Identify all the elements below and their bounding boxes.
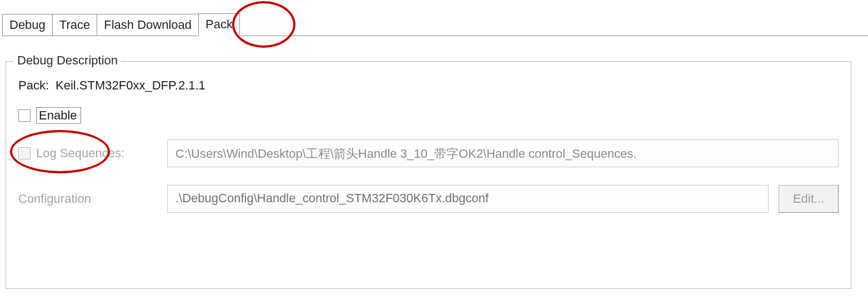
enable-row: Enable bbox=[18, 107, 839, 124]
tab-bar: Debug Trace Flash Download Pack bbox=[2, 10, 868, 36]
configuration-field: .\DebugConfig\Handle_control_STM32F030K6… bbox=[167, 185, 769, 213]
pack-row: Pack: Keil.STM32F0xx_DFP.2.1.1 bbox=[18, 78, 839, 93]
log-sequences-field: C:\Users\Wind\Desktop\工程\箭头Handle 3_10_带… bbox=[167, 139, 839, 167]
enable-checkbox[interactable] bbox=[18, 109, 31, 122]
log-sequences-checkbox bbox=[18, 147, 31, 159]
log-sequences-label-wrap: Log Sequences: bbox=[18, 146, 141, 161]
tab-pack[interactable]: Pack bbox=[198, 13, 240, 36]
tab-debug[interactable]: Debug bbox=[2, 14, 53, 36]
configuration-label: Configuration bbox=[18, 192, 141, 206]
pack-value: Keil.STM32F0xx_DFP.2.1.1 bbox=[56, 78, 205, 93]
log-sequences-row: Log Sequences: C:\Users\Wind\Desktop\工程\… bbox=[18, 139, 839, 167]
pack-label: Pack: bbox=[18, 78, 49, 93]
tab-trace[interactable]: Trace bbox=[52, 14, 97, 36]
enable-label[interactable]: Enable bbox=[36, 107, 81, 124]
edit-button: Edit... bbox=[779, 185, 839, 213]
configuration-row: Configuration .\DebugConfig\Handle_contr… bbox=[18, 185, 839, 213]
groupbox-debug-description: Debug Description Pack: Keil.STM32F0xx_D… bbox=[6, 61, 851, 289]
log-sequences-label: Log Sequences: bbox=[36, 146, 124, 161]
tab-underline bbox=[2, 36, 868, 36]
tab-flash-download[interactable]: Flash Download bbox=[97, 14, 199, 36]
groupbox-title: Debug Description bbox=[14, 53, 121, 68]
